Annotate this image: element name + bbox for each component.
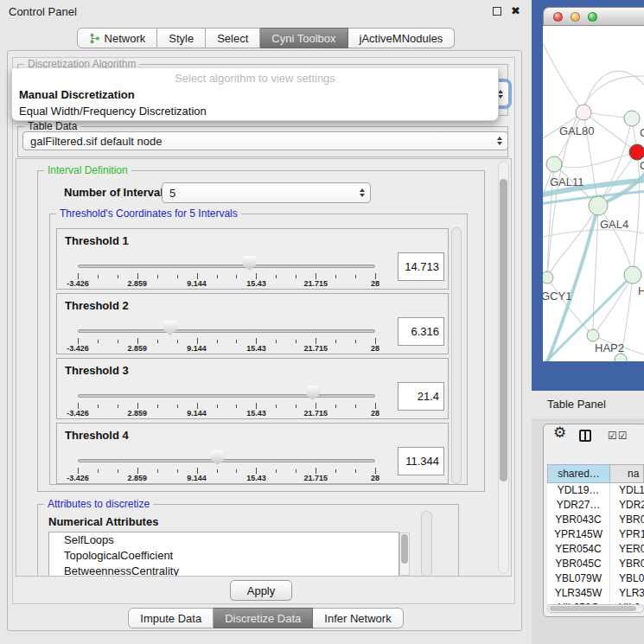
slider-track[interactable] (78, 329, 375, 333)
cell-name: YDR2 (610, 498, 644, 513)
slider-tick-labels: -3.4262.8599.14415.4321.71528 (78, 409, 375, 418)
tab-style[interactable]: Style (157, 28, 206, 48)
thresholds-scrollbar-track[interactable] (451, 227, 462, 484)
network-edge (593, 275, 633, 335)
slider-track[interactable] (78, 394, 375, 398)
cell-name: YBR0 (610, 513, 644, 527)
tab-impute-data[interactable]: Impute Data (128, 608, 214, 628)
network-canvas[interactable]: GAL80GACGAL11GAL4GCY1HHAP2 (543, 26, 644, 361)
table-row[interactable]: YDR27…YDR2 (547, 498, 644, 513)
network-edge (543, 43, 583, 112)
dropdown-item-equal-width-frequency-discretization[interactable]: Equal Width/Frequency Discretization (12, 103, 498, 119)
slider-thumb[interactable] (163, 321, 176, 335)
table-row[interactable]: YBR043CYBR0 (547, 513, 644, 527)
slider-thumb[interactable] (306, 386, 319, 400)
slider-tick-labels: -3.4262.8599.14415.4321.71528 (78, 474, 375, 483)
close-icon[interactable]: ✖ (511, 4, 520, 17)
network-node-label-ga: GA (640, 126, 644, 139)
threshold-1-value-input[interactable] (398, 252, 444, 281)
tab-infer-network[interactable]: Infer Network (313, 608, 403, 628)
table-data-combobox[interactable]: galFiltered.sif default node (22, 131, 508, 150)
network-node-5[interactable] (589, 196, 608, 215)
network-window-frame: GAL80GACGAL11GAL4GCY1HHAP2 (532, 0, 644, 391)
numerical-attributes-list[interactable]: SelfLoopsTopologicalCoefficientBetweenne… (48, 532, 399, 577)
column-header-shared[interactable]: shared… (547, 464, 610, 483)
threshold-1-slider[interactable]: -3.4262.8599.14415.4321.71528 (57, 229, 448, 289)
tab-label: Style (169, 32, 194, 45)
cell-shared-name: YBR043C (547, 513, 610, 527)
scrollbar-thumb[interactable] (401, 534, 408, 564)
attributes-scrollbar-track[interactable] (421, 511, 432, 577)
control-panel-window: Control Panel ✖ NetworkStyleSelectCyni T… (0, 0, 532, 644)
network-node-9[interactable] (615, 354, 627, 361)
threshold-panel-2: Threshold 2-3.4262.8599.14415.4321.71528 (56, 293, 449, 354)
group-title-table-data: Table Data (24, 120, 80, 132)
list-item-selfloops[interactable]: SelfLoops (49, 532, 399, 548)
network-node-6[interactable] (543, 271, 553, 284)
network-node-2[interactable] (624, 111, 640, 126)
close-button[interactable] (553, 12, 563, 22)
threshold-4-value-input[interactable] (398, 447, 444, 475)
network-node-4[interactable] (546, 156, 562, 172)
threshold-4-slider[interactable]: -3.4262.8599.14415.4321.71528 (57, 424, 448, 483)
table-row[interactable]: YBL079WYBL0 (547, 571, 644, 586)
scrollbar-thumb[interactable] (550, 606, 636, 611)
settings-scroll-area: Interval Definition Number of Intervals … (16, 158, 512, 577)
dropdown-item-select-algorithm-to-view-settings[interactable]: Select algorithm to view settings (12, 70, 498, 86)
slider-track[interactable] (78, 459, 375, 462)
network-window-titlebar[interactable] (543, 7, 644, 26)
network-node-label-gal11: GAL11 (550, 175, 584, 188)
network-node-7[interactable] (624, 266, 641, 284)
network-edge (554, 112, 583, 164)
cell-name: YDL1 (610, 483, 644, 498)
slider-tick-labels: -3.4262.8599.14415.4321.71528 (78, 279, 375, 289)
cell-shared-name: YDR27… (547, 498, 610, 513)
scrollbar-thumb[interactable] (500, 179, 507, 481)
cell-name: YBL0 (610, 571, 644, 586)
list-item-topologicalcoefficient[interactable]: TopologicalCoefficient (49, 548, 399, 564)
tab-network[interactable]: Network (77, 28, 158, 48)
minimize-button[interactable] (571, 12, 580, 22)
gear-icon[interactable]: ⚙ (553, 425, 566, 440)
list-item-betweennesscentrality[interactable]: BetweennessCentrality (49, 564, 399, 577)
network-node-label-h: H (638, 284, 644, 297)
tab-cyni-toolbox[interactable]: Cyni Toolbox (260, 28, 348, 48)
network-edge (583, 71, 644, 112)
table-horizontal-scrollbar[interactable] (547, 604, 644, 613)
network-edge (547, 206, 598, 277)
threshold-3-slider[interactable]: -3.4262.8599.14415.4321.71528 (57, 359, 448, 418)
threshold-2-value-input[interactable] (398, 317, 444, 346)
dropdown-item-manual-discretization[interactable]: Manual Discretization (12, 86, 498, 103)
tab-label: Cyni Toolbox (271, 32, 335, 45)
attributes-list-scrollbar[interactable] (399, 532, 410, 576)
table-header-row: shared…na (547, 464, 644, 483)
tab-select[interactable]: Select (206, 28, 260, 48)
cell-name: YBR0 (610, 557, 644, 571)
zoom-button[interactable] (588, 12, 597, 22)
cell-shared-name: YLR345W (547, 586, 610, 601)
cell-shared-name: YPR145W (547, 527, 610, 542)
settings-vertical-scrollbar[interactable] (498, 161, 509, 574)
slider-track[interactable] (78, 265, 375, 268)
tab-discretize-data[interactable]: Discretize Data (214, 608, 313, 628)
float-window-icon[interactable] (493, 7, 501, 16)
tab-jactivemnodules[interactable]: jActiveMNodules (348, 28, 456, 48)
network-node-1[interactable] (576, 105, 591, 120)
slider-thumb[interactable] (243, 256, 256, 271)
column-checkbox-icons[interactable]: ☑☑ (608, 430, 628, 441)
threshold-2-slider[interactable]: -3.4262.8599.14415.4321.71528 (57, 294, 448, 354)
table-row[interactable]: YBR045CYBR0 (547, 557, 644, 571)
table-row[interactable]: YLR345WYLR3 (547, 586, 644, 601)
threshold-3-value-input[interactable] (398, 382, 444, 411)
tab-label: Discretize Data (225, 612, 301, 625)
network-node-8[interactable] (587, 329, 599, 341)
table-row[interactable]: YPR145WYPR1 (547, 527, 644, 542)
table-row[interactable]: YDL19…YDL1 (547, 483, 644, 498)
network-edge (547, 277, 593, 335)
columns-icon[interactable] (579, 430, 591, 442)
column-header-na[interactable]: na (610, 464, 644, 483)
slider-thumb[interactable] (211, 450, 224, 465)
network-node-3[interactable] (629, 144, 644, 160)
apply-button[interactable]: Apply (230, 580, 292, 601)
table-row[interactable]: YER054CYER0 (547, 542, 644, 557)
